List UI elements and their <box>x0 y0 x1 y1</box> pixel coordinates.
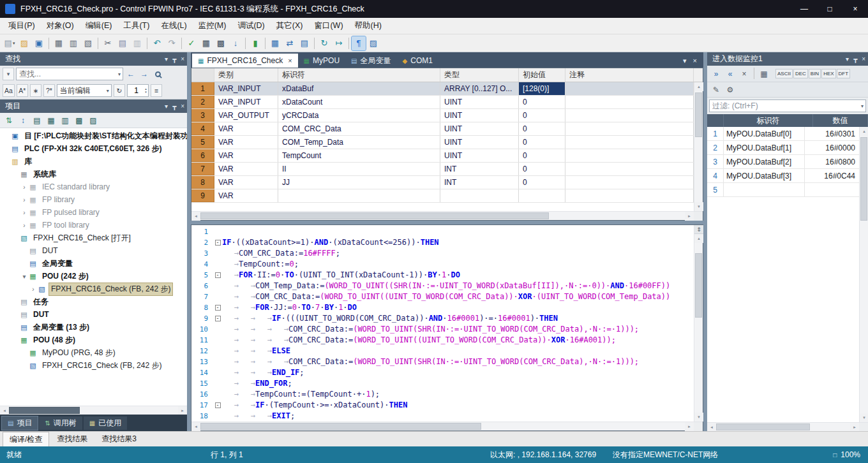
step-run-button[interactable]: ↦ <box>332 36 346 50</box>
menu-item[interactable]: 监控(M) <box>193 18 232 34</box>
tree-item[interactable]: ›▦FP library <box>0 193 187 206</box>
left-panel-tab[interactable]: ⇅调用树 <box>39 416 82 430</box>
watch-row[interactable]: 5 <box>707 183 859 197</box>
collapsed-arrow-icon[interactable]: › <box>29 286 37 293</box>
panel-menu-icon[interactable]: ▾ <box>846 55 849 62</box>
copy-button[interactable]: ▤ <box>116 36 130 50</box>
var-row[interactable]: 4VARCOM_CRC_DataUINT0 <box>191 122 694 136</box>
scrollbar-thumb[interactable] <box>200 212 549 219</box>
var-cell-id[interactable] <box>278 189 440 202</box>
code-line[interactable]: 12→→→ELSE <box>191 346 694 356</box>
var-cell-comment[interactable] <box>565 189 694 202</box>
tree-item[interactable]: ▣目 [F:\PLC功能块封装\ST结构化文本编程封装功能块\ <box>0 129 187 142</box>
tab-close-icon[interactable]: × <box>288 57 292 64</box>
paste-button[interactable]: ▥ <box>130 36 144 50</box>
data-monitor-button[interactable]: ⇄ <box>283 36 297 50</box>
collapsed-arrow-icon[interactable]: › <box>20 222 28 229</box>
print-preview-button[interactable]: ▥ <box>66 36 80 50</box>
sort-order-button[interactable]: ⇅ <box>3 114 15 127</box>
maximize-button[interactable]: □ <box>817 0 842 18</box>
scroll-up-icon[interactable]: ▲ <box>694 234 703 243</box>
match-case-button[interactable]: Aa <box>3 84 15 97</box>
var-cell-init[interactable]: [128(0)] <box>519 82 565 95</box>
var-cell-comment[interactable] <box>565 82 694 95</box>
spinner-arrows[interactable]: ▴ ▾ <box>145 87 148 94</box>
var-cell-cls[interactable]: VAR_INPUT <box>214 82 278 95</box>
var-cell-type[interactable]: UINT <box>440 122 519 135</box>
menu-item[interactable]: 其它(X) <box>271 18 309 34</box>
var-row[interactable]: 6VARTempCountUINT0 <box>191 149 694 163</box>
var-cell-type[interactable]: UINT <box>440 149 519 162</box>
output-tab[interactable]: 查找结果 <box>50 432 94 446</box>
collapsed-arrow-icon[interactable]: › <box>20 209 28 216</box>
code-line[interactable]: 13→→→→COM_CRC_Data:=(WORD_TO_UINT(SHR(IN… <box>191 356 694 367</box>
tree-item[interactable]: ▤全局变量 <box>0 257 187 270</box>
scroll-left-icon[interactable]: ◄ <box>191 422 200 431</box>
var-row[interactable]: 5VARCOM_Temp_DataUINT0 <box>191 136 694 149</box>
scrollbar-thumb[interactable] <box>695 253 702 318</box>
scroll-up-icon[interactable]: ▲ <box>694 82 703 91</box>
scroll-left-icon[interactable]: ◄ <box>191 212 200 221</box>
tree-item[interactable]: ▧FPXH_CRC16_Check (FB, 242 步) <box>0 359 187 372</box>
var-cell-init[interactable]: 0 <box>519 96 565 108</box>
code-lines[interactable]: 12-IF·((xDataCount>=1)·AND·(xDataCount<=… <box>191 225 694 422</box>
split-handle-icon[interactable]: ⇕ <box>694 225 703 234</box>
format-bin-button[interactable]: BIN <box>809 69 821 78</box>
undo-button[interactable]: ↶ <box>150 36 164 50</box>
var-cell-comment[interactable] <box>565 163 694 175</box>
var-cell-init[interactable] <box>519 189 565 202</box>
watch-hscrollbar[interactable]: ◄ ► <box>707 422 868 431</box>
format-dec-button[interactable]: DEC <box>793 69 808 78</box>
project-tree-hscrollbar[interactable]: ◄ ► <box>0 406 187 415</box>
pin-icon[interactable]: ┳ <box>172 103 176 110</box>
var-cell-id[interactable]: II <box>278 163 440 175</box>
code-line[interactable]: 7→→COM_CRC_Data:=(WORD_TO_UINT((UINT_TO_… <box>191 291 694 302</box>
watch-row[interactable]: 3MyPOU.DataBuf[2]16#0800 <box>707 155 859 169</box>
var-cell-id[interactable]: COM_Temp_Data <box>278 136 440 149</box>
var-cell-type[interactable]: UINT <box>440 136 519 149</box>
var-cell-cls[interactable]: VAR <box>214 189 278 202</box>
menu-item[interactable]: 帮助(H) <box>349 18 387 34</box>
scroll-right-icon[interactable]: ► <box>178 406 187 415</box>
menu-item[interactable]: 对象(O) <box>41 18 80 34</box>
redo-button[interactable]: ↷ <box>165 36 179 50</box>
watch-filter-select[interactable]: 过滤: (Ctrl+F) ▾ <box>709 99 866 112</box>
scroll-right-icon[interactable]: ► <box>685 212 694 221</box>
scroll-up-icon[interactable]: ▲ <box>860 127 868 136</box>
format-ascii-button[interactable]: ASCII <box>775 69 793 78</box>
scroll-down-icon[interactable]: ▼ <box>860 413 868 422</box>
code-line[interactable]: 6→→COM_Temp_Data:=(WORD_TO_UINT((SHR(IN·… <box>191 281 694 291</box>
var-cell-init[interactable]: 0 <box>519 122 565 135</box>
var-cell-type[interactable]: UINT <box>440 109 519 122</box>
fold-toggle-icon[interactable]: - <box>213 402 222 408</box>
scrollbar-thumb[interactable] <box>716 423 810 430</box>
var-cell-id[interactable]: TempCount <box>278 149 440 162</box>
instruction-list-button[interactable]: ▨ <box>366 36 380 50</box>
var-cell-cls[interactable]: VAR <box>214 122 278 135</box>
compile-all-button[interactable]: ▩ <box>214 36 228 50</box>
var-cell-cls[interactable]: VAR <box>214 163 278 175</box>
output-tab[interactable]: 编译/检查 <box>3 432 49 447</box>
search-icon[interactable] <box>152 68 163 80</box>
tree-item[interactable]: ›▦FP tool library <box>0 219 187 231</box>
edit-watch-button[interactable]: ✎ <box>710 84 722 96</box>
code-line[interactable]: 18→→→EXIT; <box>191 411 694 422</box>
code-line[interactable]: 8-→→FOR·JJ:=0·TO·7·BY·1·DO <box>191 302 694 313</box>
code-line[interactable]: 11→→→→COM_CRC_Data:=(WORD_TO_UINT((UINT_… <box>191 335 694 346</box>
menu-item[interactable]: 调试(D) <box>232 18 270 34</box>
var-cell-cls[interactable]: VAR_OUTPUT <box>214 109 278 122</box>
var-cell-type[interactable]: UINT <box>440 96 519 108</box>
scroll-down-icon[interactable]: ▼ <box>694 202 703 211</box>
menu-item[interactable]: 在线(L) <box>155 18 192 34</box>
document-tab[interactable]: ◆COM1 <box>397 54 438 68</box>
var-cell-id[interactable]: COM_CRC_Data <box>278 122 440 135</box>
code-hscrollbar[interactable]: ◄ ► <box>191 422 703 430</box>
fold-toggle-icon[interactable]: - <box>213 316 222 321</box>
tree-item[interactable]: ›▦IEC standard library <box>0 180 187 193</box>
tree-item[interactable]: ›▦FP pulsed library <box>0 206 187 219</box>
var-cell-type[interactable]: ARRAY [0..127] O... <box>440 82 519 95</box>
search-dropdown-icon[interactable]: ▾ <box>116 71 123 77</box>
status-display-button[interactable]: ▤ <box>297 36 311 50</box>
document-tab[interactable]: ▤全局变量 <box>345 54 396 68</box>
var-row[interactable]: 2VAR_INPUTxDataCountUINT0 <box>191 96 694 109</box>
